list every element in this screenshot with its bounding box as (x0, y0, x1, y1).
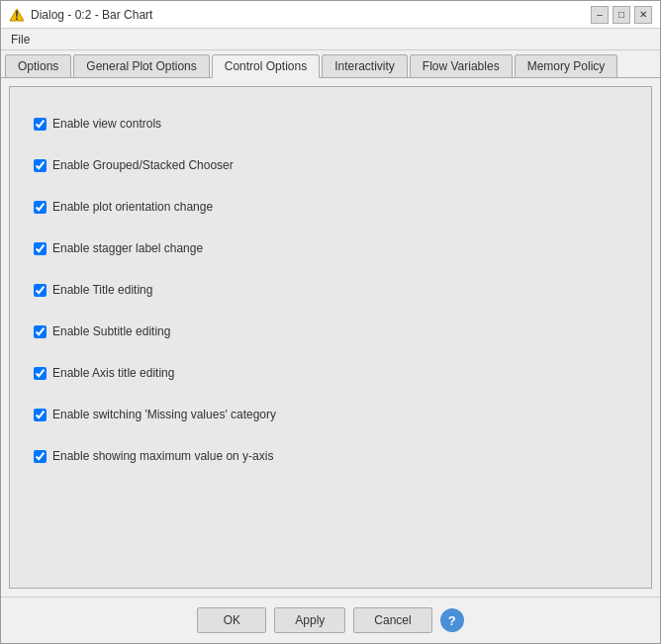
enable-subtitle-editing-label[interactable]: Enable Subtitle editing (52, 324, 170, 338)
enable-axis-title-checkbox[interactable] (34, 367, 47, 380)
checkbox-row-enable-axis-title: Enable Axis title editing (34, 352, 627, 394)
checkbox-row-enable-grouped-stacked: Enable Grouped/Stacked Chooser (34, 144, 627, 186)
checkbox-row-enable-title-editing: Enable Title editing (34, 269, 627, 311)
checkbox-row-enable-max-value: Enable showing maximum value on y-axis (34, 435, 627, 477)
enable-plot-orientation-checkbox[interactable] (34, 201, 47, 214)
checkbox-row-enable-missing-values: Enable switching 'Missing values' catego… (34, 394, 627, 435)
window-title: Dialog - 0:2 - Bar Chart (31, 8, 152, 22)
minimize-button[interactable]: – (591, 6, 609, 24)
tab-general-plot-options[interactable]: General Plot Options (73, 54, 209, 77)
main-window: ! Dialog - 0:2 - Bar Chart – □ ✕ File Op… (0, 0, 661, 644)
enable-title-editing-label[interactable]: Enable Title editing (52, 283, 152, 297)
enable-missing-values-label[interactable]: Enable switching 'Missing values' catego… (52, 408, 276, 421)
tabs-bar: Options General Plot Options Control Opt… (1, 50, 660, 78)
enable-max-value-label[interactable]: Enable showing maximum value on y-axis (52, 449, 273, 463)
menu-file[interactable]: File (5, 31, 36, 48)
enable-view-controls-checkbox[interactable] (34, 118, 47, 131)
control-options-panel: Enable view controls Enable Grouped/Stac… (9, 86, 652, 589)
enable-axis-title-label[interactable]: Enable Axis title editing (52, 366, 174, 380)
enable-view-controls-label[interactable]: Enable view controls (52, 117, 161, 131)
checkbox-row-enable-subtitle-editing: Enable Subtitle editing (34, 311, 627, 352)
enable-grouped-stacked-label[interactable]: Enable Grouped/Stacked Chooser (52, 158, 234, 172)
ok-button[interactable]: OK (197, 607, 266, 633)
tab-options[interactable]: Options (5, 54, 71, 77)
title-bar: ! Dialog - 0:2 - Bar Chart – □ ✕ (1, 1, 660, 29)
content-area: Enable view controls Enable Grouped/Stac… (1, 78, 660, 597)
footer: OK Apply Cancel ? (1, 597, 660, 643)
enable-stagger-label-label[interactable]: Enable stagger label change (52, 241, 203, 255)
apply-button[interactable]: Apply (274, 607, 345, 633)
help-button[interactable]: ? (440, 608, 464, 632)
enable-plot-orientation-label[interactable]: Enable plot orientation change (52, 200, 213, 214)
tab-control-options[interactable]: Control Options (212, 54, 320, 78)
title-bar-left: ! Dialog - 0:2 - Bar Chart (9, 7, 152, 23)
enable-stagger-label-checkbox[interactable] (34, 242, 47, 255)
enable-grouped-stacked-checkbox[interactable] (34, 159, 47, 172)
close-button[interactable]: ✕ (634, 6, 652, 24)
cancel-button[interactable]: Cancel (353, 607, 431, 633)
checkbox-row-enable-view-controls: Enable view controls (34, 103, 627, 144)
checkbox-row-enable-plot-orientation: Enable plot orientation change (34, 186, 627, 228)
tab-memory-policy[interactable]: Memory Policy (515, 54, 618, 77)
checkbox-row-enable-stagger-label: Enable stagger label change (34, 228, 627, 269)
enable-missing-values-checkbox[interactable] (34, 409, 47, 421)
app-icon: ! (9, 7, 25, 23)
enable-title-editing-checkbox[interactable] (34, 284, 47, 297)
maximize-button[interactable]: □ (613, 6, 630, 24)
tab-flow-variables[interactable]: Flow Variables (410, 54, 513, 77)
enable-subtitle-editing-checkbox[interactable] (34, 325, 47, 338)
svg-text:!: ! (15, 9, 19, 23)
tab-interactivity[interactable]: Interactivity (322, 54, 408, 77)
enable-max-value-checkbox[interactable] (34, 450, 47, 463)
menu-bar: File (1, 29, 660, 50)
title-bar-controls: – □ ✕ (591, 6, 652, 24)
